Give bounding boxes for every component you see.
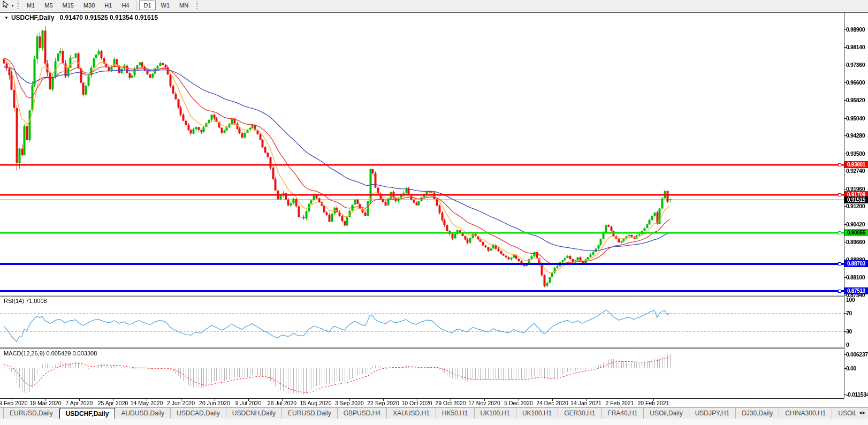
macd-axis-label: 0.00 (846, 365, 856, 371)
timeframe-group: M1M5M15M30H1H4D1W1MN (22, 1, 193, 10)
date-axis-label: 20 Jun 2020 (195, 400, 234, 406)
chart-tab-ger30h1[interactable]: GER30,H1 (558, 408, 601, 419)
timeframe-button-mn[interactable]: MN (175, 1, 193, 10)
rsi-axis-label: 0 (846, 341, 849, 348)
collapse-triangle-icon[interactable]: ▼ (4, 16, 9, 20)
chart-tab-bar: EURUSD,DailyUSDCHF,DailyAUDUSD,DailyUSDC… (0, 407, 868, 419)
price-axis-label: 0.94280 (846, 132, 865, 139)
rsi-axis-label: 30 (846, 328, 852, 335)
chart-tab-usdcaddaily[interactable]: USDCAD,Daily (171, 408, 226, 419)
chart-tab-usoildaily[interactable]: USOil,Daily (644, 408, 689, 419)
mt4-terminal: { "toolbar": { "dropdown_glyph": "▼", "t… (0, 0, 868, 425)
date-axis-label: 17 Nov 2020 (465, 400, 504, 406)
price-level-badge: 0.90055 (844, 229, 868, 236)
price-axis-label: 0.90420 (846, 221, 865, 227)
status-strip (0, 419, 868, 425)
toolbar-grip[interactable] (17, 2, 19, 9)
date-axis-label: 19 Mar 2020 (26, 400, 65, 406)
chart-tab-eurusddaily[interactable]: EURUSD,Daily (282, 408, 338, 419)
chart-tab-gbpusdh4[interactable]: GBPUSD,H4 (338, 408, 387, 419)
timeframe-button-h4[interactable]: H4 (117, 1, 133, 10)
date-axis-label: 20 Feb 2021 (634, 400, 673, 406)
price-axis-label: 0.92740 (846, 168, 865, 174)
price-level-badge: 0.88703 (844, 260, 868, 267)
price-axis-label: 0.89660 (846, 239, 865, 245)
date-axis-label: 7 Apr 2020 (60, 400, 98, 406)
price-level-badge: 0.87513 (844, 287, 868, 294)
price-axis-label: 0.88100 (846, 274, 865, 280)
date-axis-label: 14 May 2020 (127, 400, 166, 406)
date-axis-label: 24 Dec 2020 (533, 400, 572, 406)
tab-scroll-right-icon[interactable]: ▸ (863, 409, 866, 415)
price-level-badge: 0.93001 (844, 161, 868, 168)
price-axis-label: 0.98900 (846, 26, 865, 33)
date-axis-label: 2 Jun 2020 (162, 400, 200, 406)
chart-tab-hk50h1[interactable]: HK50,H1 (436, 408, 475, 419)
macd-indicator-label: MACD(12,26,9) 0.005429 0.003308 (4, 350, 97, 356)
price-axis-label: 0.98140 (846, 44, 865, 50)
timeframe-button-d1[interactable]: D1 (139, 1, 155, 10)
price-axis-label: 0.95040 (846, 115, 865, 122)
rsi-indicator-label: RSI(14) 71.0008 (4, 298, 47, 304)
cursor-tool-button[interactable]: ▼ (2, 1, 14, 10)
chart-tab-usdcnhdaily[interactable]: USDCNH,Daily (226, 408, 282, 419)
timeframe-button-m30[interactable]: M30 (79, 1, 99, 10)
rsi-axis-label: 100 (846, 297, 855, 303)
macd-axis-label: -0.011534 (846, 391, 868, 398)
price-axis-label: 0.97360 (846, 62, 865, 68)
timeframe-button-h1[interactable]: H1 (100, 1, 116, 10)
chart-tab-audusddaily[interactable]: AUDUSD,Daily (115, 408, 171, 419)
chart-tab-fra40h1[interactable]: FRA40,H1 (601, 408, 644, 419)
tab-scroll-left-icon[interactable]: ◂ (859, 409, 863, 415)
chart-tab-dj30daily[interactable]: DJ30,Daily (736, 408, 779, 419)
chart-title-symbol: USDCHF,Daily (11, 14, 55, 21)
price-axis-label: 0.93500 (846, 150, 865, 157)
timeframe-button-m15[interactable]: M15 (58, 1, 78, 10)
chart-tab-usdjpyh1[interactable]: USDJPY,H1 (689, 408, 736, 419)
macd-axis-label: 0.006237 (846, 351, 868, 358)
chart-tab-uk100h1[interactable]: UK100,H1 (516, 408, 558, 419)
timeframe-button-m1[interactable]: M1 (22, 1, 39, 10)
date-axis-label: 5 Dec 2020 (499, 400, 538, 406)
chart-title-ohlc: 0.91470 0.91525 0.91354 0.91515 (60, 14, 158, 21)
date-axis-label: 15 Aug 2020 (296, 400, 335, 406)
date-axis-label: 25 Apr 2020 (94, 400, 132, 406)
cursor-icon (2, 1, 9, 10)
toolbar-grip-2[interactable] (196, 2, 198, 9)
date-axis-label: 3 Sep 2020 (330, 400, 369, 406)
timeframe-button-w1[interactable]: W1 (157, 1, 174, 10)
date-axis-label: 10 Oct 2020 (398, 400, 436, 406)
chart-tab-china300h1[interactable]: CHINA300,H1 (779, 408, 832, 419)
date-axis-label: 28 Jul 2020 (263, 400, 301, 406)
chart-tab-xauusdh1[interactable]: XAUUSD,H1 (387, 408, 436, 419)
tab-scroll-arrows[interactable]: ◂▸ (859, 409, 866, 415)
chart-canvas[interactable] (0, 0, 868, 425)
chart-title: ▼USDCHF,Daily0.91470 0.91525 0.91354 0.9… (4, 14, 158, 21)
date-axis-label: 29 Oct 2020 (431, 400, 470, 406)
date-axis-label: 22 Sep 2020 (364, 400, 402, 406)
rsi-axis-label: 70 (846, 310, 852, 316)
current-price-badge: 0.91515 (844, 196, 868, 203)
chart-tab-uk100h1[interactable]: UK100,H1 (475, 408, 516, 419)
chart-tab-eurusddaily[interactable]: EURUSD,Daily (3, 408, 59, 419)
date-axis-label: 2 Feb 2021 (600, 400, 639, 406)
date-axis-label: 14 Jan 2021 (567, 400, 605, 406)
chart-tab-usdchfdaily[interactable]: USDCHF,Daily (59, 408, 116, 419)
dropdown-arrow-icon[interactable]: ▼ (11, 4, 14, 7)
price-axis-label: 0.96600 (846, 79, 865, 86)
date-axis-label: 9 Jul 2020 (229, 400, 268, 406)
timeframe-button-m5[interactable]: M5 (40, 1, 57, 10)
toolbar: ▼ M1M5M15M30H1H4D1W1MN (0, 0, 868, 11)
price-axis-label: 0.91200 (846, 203, 865, 209)
price-axis-label: 0.95820 (846, 97, 865, 103)
